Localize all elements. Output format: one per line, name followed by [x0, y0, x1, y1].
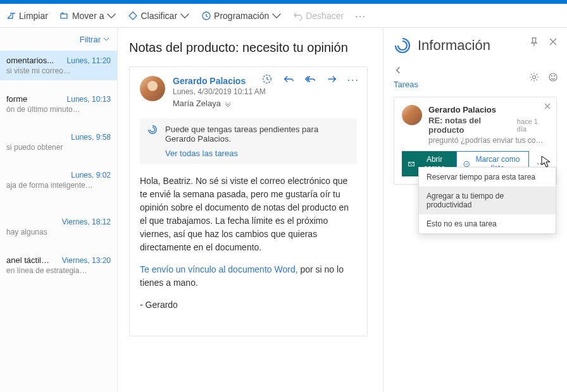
forward-icon [326, 73, 337, 85]
close-icon [548, 37, 558, 47]
toolbar-limpiar-label: Limpiar [19, 11, 48, 21]
task-card: Gerardo Palacios RE: notas del producto … [394, 97, 557, 185]
msg-subject: anel táctil… [6, 255, 49, 265]
msg-time: Lunes, 10:13 [67, 95, 111, 104]
toolbar-overflow[interactable]: ··· [355, 11, 366, 21]
msg-preview: hay algunas [6, 228, 111, 236]
toolbar-programacion[interactable]: Programación [201, 11, 282, 21]
email-body: Hola, Beatriz. No sé si viste el correo … [140, 175, 357, 312]
mail-icon [408, 160, 414, 168]
msg-time: Lunes, 9:58 [71, 133, 111, 142]
message-list-item[interactable]: omentarios... Lunes, 11:20 si viste mi c… [0, 51, 117, 80]
filter-label: Filtrar [80, 35, 101, 44]
gear-icon [529, 72, 539, 82]
message-list-item[interactable]: anel táctil… Viernes, 13:20 en línea de … [0, 250, 117, 280]
svg-point-6 [554, 76, 555, 77]
msg-subject: forme [6, 94, 27, 104]
pin-button[interactable] [529, 37, 539, 49]
task-sender-name: Gerardo Palacios [428, 105, 549, 114]
email-recipient: María Zelaya [173, 99, 266, 108]
insights-logo-icon [394, 37, 411, 54]
close-pane-button[interactable] [548, 37, 558, 49]
msg-preview: si viste mi correo… [6, 66, 111, 75]
reply-all-button[interactable] [304, 73, 316, 87]
view-all-tasks-link[interactable]: Ver todas las tareas [165, 149, 348, 158]
settings-button[interactable] [529, 72, 539, 85]
chevron-left-icon [394, 66, 402, 75]
svg-point-4 [549, 73, 557, 81]
chevron-down-icon [271, 11, 282, 21]
message-list-item[interactable]: Lunes, 9:58 si puedo obtener [0, 128, 117, 157]
smiley-icon [548, 72, 558, 82]
msg-preview: si puedo obtener [6, 143, 111, 152]
chevron-down-icon [103, 36, 109, 42]
mouse-cursor [541, 156, 551, 168]
dropdown-opt-add-productivity[interactable]: Agregar a tu tiempo de productividad [419, 187, 556, 214]
msg-preview: ón de último minuto… [6, 105, 111, 114]
msg-preview: aja de forma inteligente… [6, 181, 111, 190]
task-preview: preguntó ¿podrías enviar tus co… [428, 136, 549, 145]
task-notice-text: Puede que tengas tareas pendientes para … [165, 125, 318, 144]
dropdown-opt-not-a-task[interactable]: Esto no es una tarea [419, 214, 556, 233]
command-toolbar: Limpiar Mover a Clasificar Programación … [0, 4, 567, 28]
pin-icon [529, 37, 539, 47]
chevron-down-icon [180, 11, 190, 21]
message-list-item[interactable]: Viernes, 18:12 hay algunas [0, 212, 117, 242]
task-subject: RE: notas del producto [428, 116, 517, 135]
task-swirl-icon [147, 125, 158, 137]
filter-button[interactable]: Filtrar [0, 28, 117, 51]
toolbar-clasificar-label: Clasificar [140, 11, 177, 21]
svg-point-3 [533, 76, 536, 79]
msg-subject: omentarios... [6, 56, 54, 65]
chevron-down-icon [106, 11, 116, 21]
message-list-item[interactable]: Lunes, 9:02 aja de forma inteligente… [0, 166, 117, 195]
task-card-close[interactable] [544, 101, 551, 113]
sweep-icon [6, 11, 16, 21]
task-more-dropdown: Reservar tiempo para esta tarea Agregar … [418, 167, 556, 234]
email-signoff: - Gerardo [140, 298, 357, 312]
toolbar-deshacer-label: Deshacer [306, 11, 344, 21]
task-age: hace 1 día [517, 118, 549, 133]
toolbar-mover-label: Mover a [72, 11, 104, 21]
pending-task-notice: Puede que tengas tareas pendientes para … [140, 118, 357, 164]
insights-title: Información [418, 37, 490, 54]
clock-icon [201, 11, 211, 21]
reply-button[interactable] [283, 73, 294, 87]
sender-avatar [140, 76, 165, 101]
reply-all-icon [304, 73, 316, 85]
forward-button[interactable] [326, 73, 337, 87]
reading-pane: Notas del producto: necesito tu opinión … [118, 28, 383, 392]
msg-time: Viernes, 13:20 [62, 256, 111, 265]
email-title: Notas del producto: necesito tu opinión [129, 40, 368, 55]
msg-time: Lunes, 9:02 [71, 171, 111, 180]
chevron-down-icon[interactable] [225, 101, 231, 107]
email-body-link[interactable]: Te envío un vínculo al documento Word, [140, 264, 298, 274]
undo-icon [293, 11, 303, 21]
toolbar-programacion-label: Programación [214, 11, 269, 21]
close-icon [544, 102, 551, 110]
recipient-name: María Zelaya [173, 99, 221, 108]
reply-icon [283, 73, 294, 85]
msg-time: Lunes, 11:20 [67, 56, 111, 65]
message-list-pane: Filtrar omentarios... Lunes, 11:20 si vi… [0, 28, 118, 392]
email-card: ··· Gerardo Palacios Lunes, 4/30/2019 10… [129, 66, 368, 336]
dropdown-opt-reserve-time[interactable]: Reservar tiempo para esta tarea [419, 168, 556, 187]
msg-preview: en línea de estrategia… [6, 266, 111, 275]
message-list-item[interactable]: forme Lunes, 10:13 ón de último minuto… [0, 89, 117, 119]
email-body-p1: Hola, Beatriz. No sé si viste el correo … [140, 175, 357, 254]
toolbar-mover[interactable]: Mover a [59, 11, 117, 21]
snooze-button[interactable] [261, 73, 273, 87]
email-card-actions: ··· [261, 73, 359, 87]
insights-pane: Información Tareas Gerardo Palacios [383, 28, 567, 392]
svg-point-5 [552, 76, 552, 77]
sender-name[interactable]: Gerardo Palacios [173, 76, 266, 86]
more-actions-button[interactable]: ··· [347, 75, 359, 86]
toolbar-clasificar[interactable]: Clasificar [128, 11, 190, 21]
tag-icon [128, 11, 138, 21]
toolbar-deshacer[interactable]: Deshacer [293, 11, 344, 21]
task-avatar [402, 105, 422, 125]
toolbar-limpiar[interactable]: Limpiar [6, 11, 48, 21]
svg-rect-0 [61, 14, 67, 18]
snooze-clock-icon [261, 73, 273, 85]
feedback-button[interactable] [548, 72, 558, 85]
